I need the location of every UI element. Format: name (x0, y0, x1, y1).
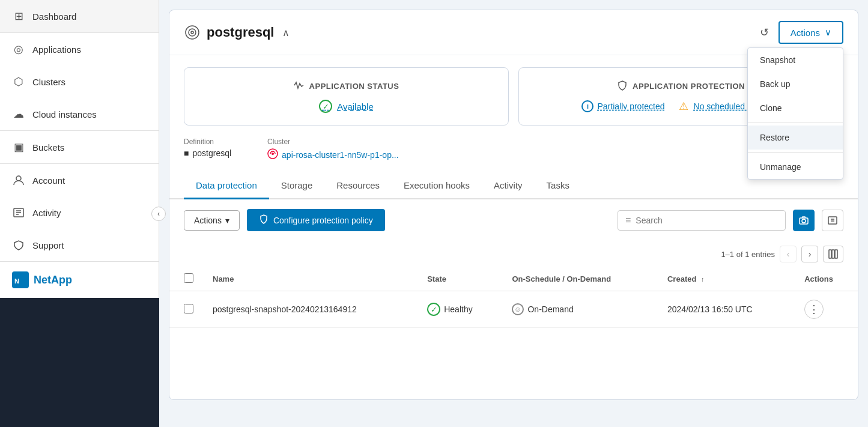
refresh-button[interactable]: ↺ (757, 23, 771, 41)
sidebar-label-support: Support (32, 240, 64, 250)
row-on-demand-cell: ◎ On-Demand (502, 291, 658, 328)
snapshots-table: Name State On-Schedule / On-Demand Creat… (169, 267, 858, 328)
definition-value: ■ postgresql (184, 148, 231, 158)
dp-actions-chevron-icon: ▾ (225, 216, 229, 225)
dp-actions-button[interactable]: Actions ▾ (184, 210, 240, 231)
row-status: ✓ Healthy (427, 303, 493, 316)
svg-text:N: N (14, 277, 19, 285)
applications-icon: ◎ (12, 43, 25, 56)
tab-data-protection[interactable]: Data protection (184, 173, 269, 199)
cluster-link[interactable]: api-rosa-cluster1-nn5w-p1-op... (282, 150, 399, 160)
sidebar-item-activity[interactable]: Activity (0, 196, 159, 229)
app-status-card-title: APPLICATION STATUS (294, 80, 399, 92)
svg-point-11 (272, 153, 274, 155)
col-checkbox (169, 267, 203, 291)
cluster-icon (267, 148, 278, 161)
sidebar-label-activity: Activity (32, 208, 61, 218)
snapshot-view-button[interactable] (793, 210, 815, 231)
row-healthy-icon: ✓ (427, 303, 440, 316)
buckets-icon: ▣ (12, 141, 25, 154)
svg-rect-18 (832, 250, 834, 258)
search-input[interactable] (636, 216, 778, 225)
cluster-meta: Cluster api-rosa-cluster1-nn5w-p1-op... (267, 138, 399, 161)
app-chevron-icon[interactable]: ∧ (282, 27, 290, 38)
svg-point-0 (16, 176, 21, 181)
row-name-cell: postgresql-snapshot-20240213164912 (203, 291, 417, 328)
app-name: postgresql (207, 25, 274, 40)
actions-chevron-icon: ∨ (825, 27, 831, 38)
col-on-schedule: On-Schedule / On-Demand (502, 267, 658, 291)
configure-protection-button[interactable]: Configure protection policy (247, 209, 385, 231)
sidebar-item-support[interactable]: Support (0, 229, 159, 261)
tab-tasks[interactable]: Tasks (535, 173, 581, 199)
row-actions-cell: ⋮ (795, 291, 858, 328)
cluster-label: Cluster (267, 138, 399, 146)
actions-dropdown-button[interactable]: Actions ∨ (778, 21, 843, 44)
activity-icon (12, 206, 25, 219)
sidebar-item-applications[interactable]: ◎ Applications (0, 33, 159, 65)
dashboard-icon: ⊞ (12, 10, 25, 23)
dp-toolbar: Actions ▾ Configure protection policy ≡ (169, 199, 858, 241)
table-header-row: Name State On-Schedule / On-Demand Creat… (169, 267, 858, 291)
status-waveform-icon (294, 80, 305, 92)
dropdown-item-snapshot[interactable]: Snapshot (748, 48, 843, 72)
sidebar-item-dashboard[interactable]: ⊞ Dashboard (0, 0, 159, 32)
shield-icon (617, 80, 628, 92)
sidebar-label-account: Account (32, 175, 65, 186)
svg-point-8 (189, 29, 196, 36)
table-pagination: 1–1 of 1 entries ‹ › (169, 241, 858, 267)
sidebar-bottom: N NetApp (0, 261, 159, 298)
partial-protection-status[interactable]: i Partially protected (581, 100, 664, 112)
col-created[interactable]: Created ↑ (658, 267, 795, 291)
row-state-cell: ✓ Healthy (417, 291, 502, 328)
app-header: postgresql ∧ ↺ Actions ∨ Snapshot Back u… (169, 10, 858, 55)
columns-toggle-button[interactable] (823, 246, 843, 262)
col-actions: Actions (795, 267, 858, 291)
cloud-icon: ☁ (12, 108, 25, 121)
sidebar-item-clusters[interactable]: ⬡ Clusters (0, 65, 159, 98)
search-box[interactable]: ≡ (618, 210, 786, 231)
list-view-button[interactable] (822, 210, 843, 231)
actions-dropdown-menu: Snapshot Back up Clone Restore Unmanage (747, 47, 843, 180)
sidebar-item-buckets[interactable]: ▣ Buckets (0, 131, 159, 163)
tab-resources[interactable]: Resources (324, 173, 392, 199)
row-on-demand: ◎ On-Demand (512, 303, 648, 315)
svg-point-13 (802, 219, 806, 223)
pagination-next-button[interactable]: › (801, 246, 818, 262)
partial-protection-link[interactable]: Partially protected (597, 101, 664, 111)
dropdown-item-unmanage[interactable]: Unmanage (748, 155, 843, 179)
definition-icon: ■ (184, 148, 189, 158)
table-row: postgresql-snapshot-20240213164912 ✓ Hea… (169, 291, 858, 328)
netapp-logo: N NetApp (12, 271, 72, 288)
dropdown-item-restore[interactable]: Restore (748, 126, 843, 150)
pagination-prev-button[interactable]: ‹ (780, 246, 797, 262)
row-state-text: Healthy (444, 304, 472, 314)
sidebar-collapse-button[interactable]: ‹ (151, 207, 166, 221)
app-protection-card-title: APPLICATION PROTECTION (617, 80, 745, 92)
definition-label: Definition (184, 138, 231, 146)
definition-meta: Definition ■ postgresql (184, 138, 231, 161)
dropdown-item-backup[interactable]: Back up (748, 72, 843, 96)
pagination-text: 1–1 of 1 entries (721, 250, 775, 259)
tab-activity[interactable]: Activity (482, 173, 535, 199)
row-checkbox[interactable] (184, 304, 193, 313)
cluster-value: api-rosa-cluster1-nn5w-p1-op... (267, 148, 399, 161)
tab-execution-hooks[interactable]: Execution hooks (392, 173, 482, 199)
sidebar-label-applications: Applications (32, 44, 81, 55)
sidebar-item-account[interactable]: Account (0, 164, 159, 196)
app-icon (184, 24, 201, 41)
row-actions-button[interactable]: ⋮ (804, 300, 824, 319)
dropdown-item-clone[interactable]: Clone (748, 96, 843, 120)
sidebar-item-cloud-instances[interactable]: ☁ Cloud instances (0, 98, 159, 130)
col-state: State (417, 267, 502, 291)
svg-point-7 (186, 26, 199, 39)
configure-shield-icon (259, 214, 269, 226)
support-icon (12, 238, 25, 252)
tab-storage[interactable]: Storage (269, 173, 325, 199)
row-on-demand-text: On-Demand (527, 304, 573, 314)
select-all-checkbox[interactable] (184, 273, 193, 283)
warning-icon: ⚠ (677, 100, 690, 113)
row-created: 2024/02/13 16:50 UTC (667, 304, 753, 314)
app-status-value[interactable]: ✓ Available (319, 100, 374, 113)
row-checkbox-cell (169, 291, 203, 328)
